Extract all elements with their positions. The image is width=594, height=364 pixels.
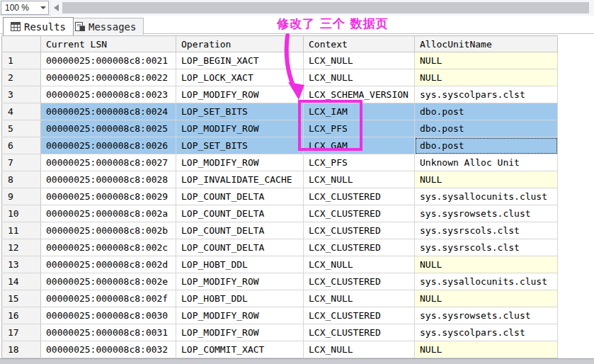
cell-allocunitname[interactable]: NULL — [415, 341, 558, 358]
cell-operation[interactable]: LOP_MODIFY_ROW — [176, 120, 304, 137]
cell-allocunitname[interactable]: NULL — [415, 290, 558, 307]
cell-allocunitname[interactable]: sys.syscolpars.clst — [415, 324, 558, 341]
row-number-cell[interactable]: 4 — [2, 103, 41, 120]
cell-context[interactable]: LCX_CLUSTERED — [304, 205, 415, 222]
column-header-current-lsn[interactable]: Current LSN — [41, 36, 176, 52]
cell-context[interactable]: LCX_NULL — [304, 290, 415, 307]
scroll-left-button[interactable] — [51, 0, 61, 16]
row-number-cell[interactable]: 1 — [2, 52, 41, 69]
cell-context[interactable]: LCX_CLUSTERED — [304, 307, 415, 324]
cell-allocunitname[interactable]: Unknown Alloc Unit — [415, 154, 558, 171]
cell-current-lsn[interactable]: 00000025:000008c8:0025 — [41, 120, 176, 137]
cell-current-lsn[interactable]: 00000025:000008c8:0022 — [41, 69, 176, 86]
cell-context[interactable]: LCX_NULL — [304, 341, 415, 358]
cell-current-lsn[interactable]: 00000025:000008c8:0028 — [41, 171, 176, 188]
cell-allocunitname[interactable]: dbo.post — [415, 103, 558, 120]
cell-operation[interactable]: LOP_COMMIT_XACT — [176, 341, 304, 358]
tab-results[interactable]: Results — [3, 17, 74, 35]
row-number-cell[interactable]: 18 — [2, 341, 41, 358]
cell-operation[interactable]: LOP_COUNT_DELTA — [176, 222, 304, 239]
zoom-dropdown-button[interactable] — [38, 1, 48, 14]
cell-current-lsn[interactable]: 00000025:000008c8:0027 — [41, 154, 176, 171]
cell-allocunitname[interactable]: NULL — [415, 171, 558, 188]
cell-allocunitname[interactable]: NULL — [415, 52, 558, 69]
cell-current-lsn[interactable]: 00000025:000008c8:0031 — [41, 324, 176, 341]
cell-context[interactable]: LCX_NULL — [304, 52, 415, 69]
cell-context[interactable]: LCX_PFS — [304, 154, 415, 171]
row-number-cell[interactable]: 11 — [2, 222, 41, 239]
row-number-cell[interactable]: 5 — [2, 120, 41, 137]
cell-operation[interactable]: LOP_MODIFY_ROW — [176, 154, 304, 171]
cell-context[interactable]: LCX_CLUSTERED — [304, 222, 415, 239]
zoom-level-select[interactable]: 100 % — [1, 1, 49, 15]
cell-current-lsn[interactable]: 00000025:000008c8:0029 — [41, 188, 176, 205]
cell-context[interactable]: LCX_CLUSTERED — [304, 273, 415, 290]
table-row: 1500000025:000008c8:002fLOP_HOBT_DDLLCX_… — [2, 290, 558, 307]
cell-allocunitname[interactable]: sys.sysrowsets.clust — [415, 307, 558, 324]
cell-operation[interactable]: LOP_COUNT_DELTA — [176, 188, 304, 205]
cell-current-lsn[interactable]: 00000025:000008c8:002d — [41, 256, 176, 273]
row-number-cell[interactable]: 14 — [2, 273, 41, 290]
cell-current-lsn[interactable]: 00000025:000008c8:002f — [41, 290, 176, 307]
cell-allocunitname[interactable]: sys.syscolpars.clst — [415, 86, 558, 103]
cell-current-lsn[interactable]: 00000025:000008c8:0026 — [41, 137, 176, 154]
cell-context[interactable]: LCX_NULL — [304, 69, 415, 86]
tab-messages[interactable]: Messages — [67, 18, 144, 35]
bottom-horizontal-scrollbar[interactable] — [0, 358, 594, 364]
row-number-cell[interactable]: 9 — [2, 188, 41, 205]
cell-operation[interactable]: LOP_MODIFY_ROW — [176, 307, 304, 324]
cell-allocunitname[interactable]: NULL — [415, 69, 558, 86]
row-number-cell[interactable]: 8 — [2, 171, 41, 188]
cell-allocunitname[interactable]: NULL — [415, 256, 558, 273]
column-header-rownum[interactable] — [2, 36, 41, 52]
cell-current-lsn[interactable]: 00000025:000008c8:002b — [41, 222, 176, 239]
zoom-level-value: 100 % — [1, 3, 38, 13]
row-number-cell[interactable]: 10 — [2, 205, 41, 222]
cell-allocunitname[interactable]: sys.sysallocunits.clust — [415, 273, 558, 290]
cell-allocunitname[interactable]: sys.sysrowsets.clust — [415, 205, 558, 222]
cell-context[interactable]: LCX_NULL — [304, 171, 415, 188]
row-number-cell[interactable]: 13 — [2, 256, 41, 273]
cell-current-lsn[interactable]: 00000025:000008c8:0023 — [41, 86, 176, 103]
column-header-context[interactable]: Context — [304, 36, 415, 52]
cell-operation[interactable]: LOP_COUNT_DELTA — [176, 205, 304, 222]
row-number-cell[interactable]: 17 — [2, 324, 41, 341]
cell-allocunitname[interactable]: dbo.post — [415, 120, 558, 137]
cell-current-lsn[interactable]: 00000025:000008c8:0032 — [41, 341, 176, 358]
cell-current-lsn[interactable]: 00000025:000008c8:0024 — [41, 103, 176, 120]
table-row: 600000025:000008c8:0026LOP_SET_BITSLCX_G… — [2, 137, 558, 154]
cell-operation[interactable]: LOP_MODIFY_ROW — [176, 273, 304, 290]
cell-allocunitname[interactable]: sys.sysrscols.clst — [415, 222, 558, 239]
cell-context[interactable]: LCX_CLUSTERED — [304, 188, 415, 205]
cell-operation[interactable]: LOP_MODIFY_ROW — [176, 324, 304, 341]
column-header-allocunitname[interactable]: AllocUnitName — [415, 36, 558, 52]
cell-operation[interactable]: LOP_HOBT_DDL — [176, 290, 304, 307]
cell-context[interactable]: LCX_CLUSTERED — [304, 239, 415, 256]
cell-current-lsn[interactable]: 00000025:000008c8:002a — [41, 205, 176, 222]
cell-operation[interactable]: LOP_SET_BITS — [176, 103, 304, 120]
row-number-cell[interactable]: 12 — [2, 239, 41, 256]
table-row: 1400000025:000008c8:002eLOP_MODIFY_ROWLC… — [2, 273, 558, 290]
cell-current-lsn[interactable]: 00000025:000008c8:002c — [41, 239, 176, 256]
cell-current-lsn[interactable]: 00000025:000008c8:0030 — [41, 307, 176, 324]
cell-operation[interactable]: LOP_SET_BITS — [176, 137, 304, 154]
cell-current-lsn[interactable]: 00000025:000008c8:0021 — [41, 52, 176, 69]
top-horizontal-scrollbar[interactable] — [51, 0, 594, 16]
row-number-cell[interactable]: 6 — [2, 137, 41, 154]
row-number-cell[interactable]: 7 — [2, 154, 41, 171]
scrollbar-thumb[interactable] — [62, 2, 589, 13]
cell-operation[interactable]: LOP_HOBT_DDL — [176, 256, 304, 273]
cell-allocunitname[interactable]: sys.sysrscols.clst — [415, 239, 558, 256]
row-number-cell[interactable]: 16 — [2, 307, 41, 324]
cell-operation[interactable]: LOP_COUNT_DELTA — [176, 239, 304, 256]
row-number-cell[interactable]: 2 — [2, 69, 41, 86]
cell-context[interactable]: LCX_NULL — [304, 256, 415, 273]
cell-allocunitname[interactable]: dbo.post — [415, 137, 558, 154]
annotation-text: 修改了 三个 数据页 — [277, 16, 389, 32]
cell-operation[interactable]: LOP_INVALIDATE_CACHE — [176, 171, 304, 188]
row-number-cell[interactable]: 15 — [2, 290, 41, 307]
row-number-cell[interactable]: 3 — [2, 86, 41, 103]
cell-allocunitname[interactable]: sys.sysallocunits.clust — [415, 188, 558, 205]
cell-context[interactable]: LCX_CLUSTERED — [304, 324, 415, 341]
cell-current-lsn[interactable]: 00000025:000008c8:002e — [41, 273, 176, 290]
